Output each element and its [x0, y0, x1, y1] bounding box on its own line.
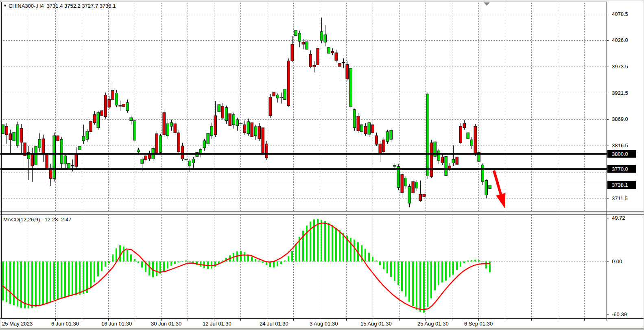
macd-bar [350, 238, 351, 261]
macd-axis-label: 49.72 [612, 215, 625, 221]
candle-body [122, 104, 125, 107]
macd-bar [401, 262, 403, 291]
candle-body [346, 64, 349, 79]
candle-body [82, 136, 85, 141]
candle-body [46, 153, 48, 168]
candle-body [90, 121, 92, 132]
symbol-dropdown-icon[interactable]: ▼ [3, 4, 7, 8]
macd-bar [310, 222, 311, 262]
time-axis-label: 6 Sep 01:30 [464, 321, 493, 327]
macd-bar [273, 262, 275, 268]
candle-body [20, 128, 23, 142]
price-axis-label: 4078.5 [612, 11, 628, 17]
macd-bar [471, 260, 472, 261]
macd-bar [61, 262, 62, 298]
candle-body [390, 130, 393, 139]
candle-body [133, 121, 136, 140]
macd-bar [181, 261, 183, 261]
candle-body [262, 128, 264, 153]
macd-bar [405, 262, 406, 297]
candle-body [331, 51, 334, 53]
candle-body [247, 122, 250, 134]
candle-body [174, 124, 177, 133]
candle-body [243, 125, 246, 133]
candle-body [324, 35, 327, 42]
candle-body [203, 141, 206, 148]
candle-body [115, 93, 118, 105]
candle-body [474, 126, 477, 154]
candle-body [97, 113, 100, 128]
macd-bar [211, 262, 212, 269]
candle-body [71, 166, 74, 166]
candle-body [31, 153, 34, 166]
macd-bar [482, 261, 483, 261]
candle-body [302, 42, 305, 44]
candle-body [221, 106, 224, 118]
candle-body [382, 140, 385, 152]
candle-body [86, 131, 89, 140]
macd-bar [31, 262, 33, 308]
time-axis-label: 6 Jun 01:30 [51, 321, 79, 327]
macd-bar [280, 262, 282, 264]
macd-bar [463, 262, 465, 263]
macd-bar [354, 240, 355, 262]
macd-bar [390, 262, 392, 277]
candle-body [5, 126, 8, 135]
macd-bar [174, 262, 176, 264]
macd-bar [24, 262, 26, 308]
macd-bar [244, 252, 245, 262]
candle-body [35, 146, 37, 165]
macd-bar [119, 245, 121, 262]
price-axis-label: 4026.0 [612, 37, 628, 43]
macd-bar [368, 253, 370, 262]
candle-body [16, 125, 19, 145]
candle-body [229, 114, 231, 126]
candle-body [9, 134, 12, 140]
candle-body [166, 124, 169, 136]
candle-body [170, 123, 173, 127]
macd-bar [64, 262, 66, 297]
candle-body [349, 68, 352, 107]
candle-body [463, 123, 466, 128]
macd-bar [339, 230, 341, 261]
candle-body [342, 62, 345, 63]
macd-bar [485, 262, 487, 269]
candle-body [357, 116, 360, 131]
macd-bar [438, 262, 439, 285]
macd-indicator-name: MACD(12,26,9) [3, 216, 40, 223]
macd-bar [86, 262, 88, 293]
macd-bar [189, 262, 190, 262]
candle-body [214, 116, 217, 135]
candle-body [375, 136, 378, 144]
candle-body [240, 123, 242, 124]
candle-body [287, 61, 290, 106]
candlestick-chart[interactable]: 4078.54026.03973.53921.53869.03816.53711… [0, 0, 644, 330]
candle-body [144, 156, 147, 160]
macd-bar [291, 251, 293, 262]
candle-body [393, 166, 396, 166]
candle-body [441, 157, 444, 163]
time-axis-label: 25 Aug 01:30 [417, 321, 449, 327]
candle-body [218, 105, 220, 111]
macd-bar [170, 262, 172, 266]
candle-body [419, 194, 422, 201]
macd-bar [441, 262, 443, 283]
candle-body [188, 161, 191, 166]
candle-body [317, 48, 319, 65]
candle-body [181, 146, 184, 159]
macd-bar [72, 262, 73, 296]
macd-bar [478, 260, 480, 261]
candle-body [280, 97, 283, 98]
price-axis-label: 3869.0 [612, 116, 628, 122]
candle-body [313, 66, 316, 67]
candle-body [437, 151, 440, 160]
candle-body [456, 157, 458, 165]
candle-body [93, 115, 96, 123]
macd-bar [251, 257, 253, 262]
macd-bar [372, 257, 373, 262]
macd-bar [9, 262, 11, 304]
macd-bar [50, 262, 51, 302]
candle-body [335, 53, 338, 61]
time-axis-label: 12 Jul 01:30 [203, 321, 231, 327]
candle-body [273, 92, 275, 96]
